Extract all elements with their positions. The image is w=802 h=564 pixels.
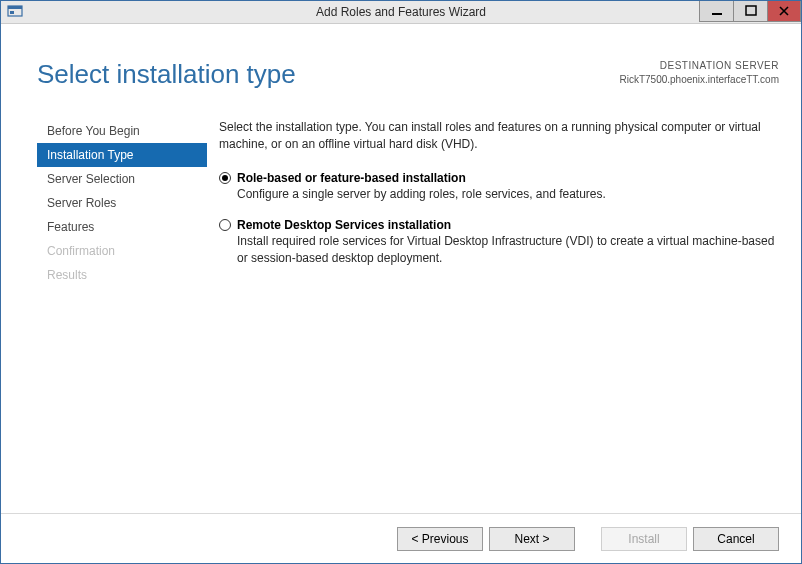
option-body: Role-based or feature-based installation… <box>237 171 779 203</box>
option-desc: Install required role services for Virtu… <box>237 233 779 267</box>
destination-value: RickT7500.phoenix.interfaceTT.com <box>619 73 779 87</box>
maximize-button[interactable] <box>733 1 767 22</box>
option-title: Remote Desktop Services installation <box>237 218 779 232</box>
titlebar: Add Roles and Features Wizard <box>1 1 801 24</box>
sidebar-item-server-selection[interactable]: Server Selection <box>37 167 207 191</box>
sidebar-item-confirmation: Confirmation <box>37 239 207 263</box>
option-desc: Configure a single server by adding role… <box>237 186 779 203</box>
maximize-icon <box>745 5 757 17</box>
header-row: Select installation type DESTINATION SER… <box>37 59 779 90</box>
destination-block: DESTINATION SERVER RickT7500.phoenix.int… <box>619 59 779 87</box>
close-icon <box>778 5 790 17</box>
content-area: Select installation type DESTINATION SER… <box>1 24 801 563</box>
previous-button[interactable]: < Previous <box>397 527 483 551</box>
radio-dot-icon <box>222 175 228 181</box>
install-button: Install <box>601 527 687 551</box>
minimize-icon <box>711 5 723 17</box>
radio-remote-desktop[interactable] <box>219 219 231 231</box>
button-row: < Previous Next > Install Cancel <box>1 513 801 563</box>
cancel-button[interactable]: Cancel <box>693 527 779 551</box>
option-role-based[interactable]: Role-based or feature-based installation… <box>219 171 779 203</box>
window-controls <box>699 1 801 23</box>
minimize-button[interactable] <box>699 1 733 22</box>
option-title: Role-based or feature-based installation <box>237 171 779 185</box>
window-title: Add Roles and Features Wizard <box>1 5 801 19</box>
svg-rect-2 <box>10 11 14 14</box>
svg-rect-1 <box>8 6 22 9</box>
page-title: Select installation type <box>37 59 296 90</box>
svg-rect-4 <box>746 6 756 15</box>
destination-label: DESTINATION SERVER <box>619 59 779 73</box>
server-manager-icon <box>7 5 23 19</box>
sidebar-item-server-roles[interactable]: Server Roles <box>37 191 207 215</box>
radio-role-based[interactable] <box>219 172 231 184</box>
intro-text: Select the installation type. You can in… <box>219 119 779 153</box>
sidebar-item-results: Results <box>37 263 207 287</box>
sidebar-item-installation-type[interactable]: Installation Type <box>37 143 207 167</box>
close-button[interactable] <box>767 1 801 22</box>
option-remote-desktop[interactable]: Remote Desktop Services installation Ins… <box>219 218 779 267</box>
option-body: Remote Desktop Services installation Ins… <box>237 218 779 267</box>
main-pane: Select the installation type. You can in… <box>219 119 779 283</box>
next-button[interactable]: Next > <box>489 527 575 551</box>
svg-rect-3 <box>712 13 722 15</box>
wizard-window: Add Roles and Features Wizard Select ins… <box>0 0 802 564</box>
sidebar-item-before-you-begin[interactable]: Before You Begin <box>37 119 207 143</box>
sidebar-item-features[interactable]: Features <box>37 215 207 239</box>
wizard-steps-sidebar: Before You Begin Installation Type Serve… <box>37 119 207 287</box>
